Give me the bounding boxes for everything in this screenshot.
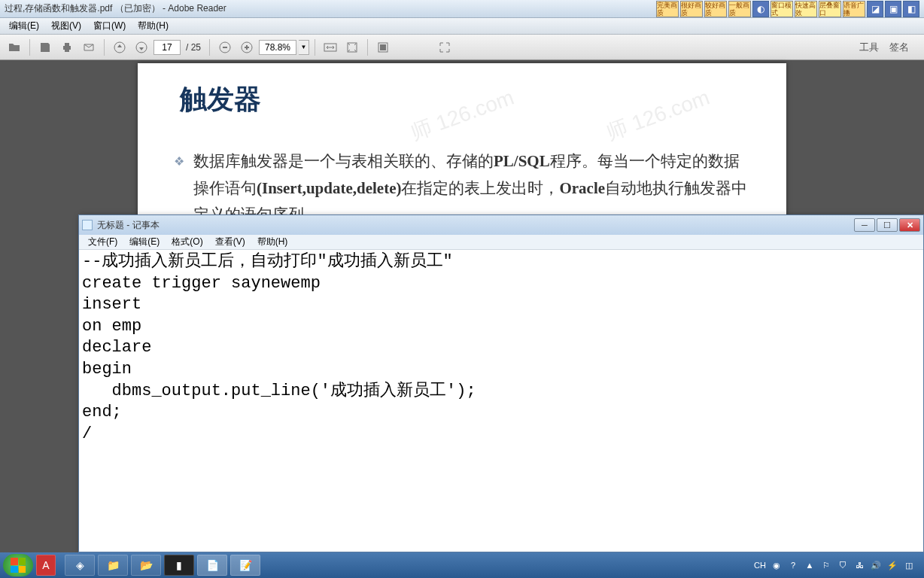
tray-shield-icon[interactable]: ⛉: [837, 559, 849, 571]
separator: [315, 39, 315, 56]
np-menu-view[interactable]: 查看(V): [209, 235, 251, 249]
task-reader-icon[interactable]: 📄: [197, 555, 227, 576]
notepad-icon: [82, 220, 93, 230]
task-sep: [59, 555, 62, 576]
zoom-dropdown[interactable]: ▼: [299, 40, 309, 55]
close-button[interactable]: ✕: [899, 218, 920, 232]
reader-toolbar: / 25 ▼ 工具 签名: [0, 35, 924, 60]
zoom-input[interactable]: [259, 40, 296, 55]
mail-icon[interactable]: [79, 38, 99, 57]
menu-edit[interactable]: 编辑(E): [3, 18, 45, 34]
task-pdf-icon[interactable]: A: [36, 555, 56, 576]
separator: [367, 39, 368, 56]
window-buttons: ─ ☐ ✕: [853, 218, 920, 232]
tray-misc-icon[interactable]: ◫: [903, 559, 915, 571]
reading-mode-icon[interactable]: [373, 38, 393, 57]
minimize-button[interactable]: ─: [854, 218, 875, 232]
sign-link[interactable]: 签名: [889, 41, 909, 54]
ime-indicator[interactable]: CH: [754, 561, 766, 570]
maximize-button[interactable]: ☐: [877, 218, 898, 232]
reader-title: 过程,存储函数和触发器.pdf （已加密） - Adobe Reader: [5, 2, 656, 15]
system-tray: CH ◉ ? ▲ ⚐ ⛉ 🖧 🔊 ⚡ ◫: [754, 559, 921, 571]
fullscreen-icon[interactable]: [435, 38, 454, 57]
reader-menubar: 编辑(E) 视图(V) 窗口(W) 帮助(H): [0, 18, 924, 35]
fit-page-icon[interactable]: [342, 38, 362, 57]
np-menu-format[interactable]: 格式(O): [166, 235, 208, 249]
separator: [209, 39, 210, 56]
tray-flag-icon[interactable]: ⚐: [820, 559, 832, 571]
menu-view[interactable]: 视图(V): [45, 18, 87, 34]
ext-btn-normal[interactable]: 一般画质: [728, 1, 751, 17]
zoom-in-icon[interactable]: [237, 38, 257, 57]
task-cmd-icon[interactable]: ▮: [164, 555, 194, 576]
ext-btn-good[interactable]: 很好画质: [680, 1, 703, 17]
notepad-titlebar[interactable]: 无标题 - 记事本 ─ ☐ ✕: [79, 215, 923, 235]
page-down-icon[interactable]: [132, 38, 151, 57]
np-menu-file[interactable]: 文件(F): [82, 235, 123, 249]
menu-window[interactable]: 窗口(W): [87, 18, 132, 34]
tray-vol-icon[interactable]: 🔊: [870, 559, 882, 571]
notepad-menubar: 文件(F) 编辑(E) 格式(O) 查看(V) 帮助(H): [79, 235, 923, 250]
tray-help-icon[interactable]: ?: [787, 559, 799, 571]
ext-btn-better[interactable]: 较好画质: [704, 1, 727, 17]
separator: [104, 39, 105, 56]
pdf-heading: 触发器: [180, 81, 750, 118]
ext-icon-3[interactable]: ◧: [903, 1, 919, 17]
save-icon[interactable]: [35, 38, 55, 57]
notepad-title: 无标题 - 记事本: [97, 219, 853, 232]
task-folder-icon[interactable]: 📂: [131, 555, 161, 576]
tools-link[interactable]: 工具: [859, 41, 879, 54]
open-icon[interactable]: [5, 38, 24, 57]
tray-net-icon[interactable]: 🖧: [853, 559, 865, 571]
reader-titlebar: 过程,存储函数和触发器.pdf （已加密） - Adobe Reader 完美画…: [0, 0, 924, 18]
task-cube-icon[interactable]: ◈: [65, 555, 95, 576]
np-menu-edit[interactable]: 编辑(E): [123, 235, 166, 249]
ext-btn-window[interactable]: 窗口模式: [771, 1, 793, 17]
ext-globe-icon[interactable]: ◐: [752, 1, 769, 17]
menu-help[interactable]: 帮助(H): [132, 18, 175, 34]
task-notepad-icon[interactable]: 📝: [230, 555, 260, 576]
external-toolbar: 完美画质 很好画质 较好画质 一般画质 ◐ 窗口模式 快速高效 层叠窗口 语音广…: [656, 1, 919, 17]
toolbar-right: 工具 签名: [859, 41, 919, 54]
fit-width-icon[interactable]: [321, 38, 340, 57]
print-icon[interactable]: [57, 38, 77, 57]
tray-circle-icon[interactable]: ◉: [771, 559, 783, 571]
ext-btn-voice[interactable]: 语音广播: [843, 1, 865, 17]
svg-rect-7: [380, 44, 386, 50]
tray-power-icon[interactable]: ⚡: [886, 559, 898, 571]
ext-btn-perfect[interactable]: 完美画质: [656, 1, 679, 17]
page-up-icon[interactable]: [110, 38, 129, 57]
page-input[interactable]: [153, 40, 181, 55]
tray-up-icon[interactable]: ▲: [804, 559, 816, 571]
notepad-content[interactable]: --成功插入新员工后，自动打印"成功插入新员工" create trigger …: [79, 250, 923, 552]
taskbar: A ◈ 📁 📂 ▮ 📄 📝 CH ◉ ? ▲ ⚐ ⛉ 🖧 🔊 ⚡ ◫: [0, 552, 924, 578]
zoom-out-icon[interactable]: [215, 38, 235, 57]
page-total: / 25: [183, 42, 204, 53]
separator: [29, 39, 30, 56]
ext-icon-2[interactable]: ▣: [885, 1, 901, 17]
ext-btn-cascade[interactable]: 层叠窗口: [819, 1, 841, 17]
np-menu-help[interactable]: 帮助(H): [251, 235, 294, 249]
ext-btn-fast[interactable]: 快速高效: [795, 1, 817, 17]
start-button[interactable]: [3, 554, 33, 576]
task-explorer-icon[interactable]: 📁: [98, 555, 128, 576]
ext-icon-1[interactable]: ◪: [867, 1, 883, 17]
notepad-window: 无标题 - 记事本 ─ ☐ ✕ 文件(F) 编辑(E) 格式(O) 查看(V) …: [78, 214, 924, 552]
